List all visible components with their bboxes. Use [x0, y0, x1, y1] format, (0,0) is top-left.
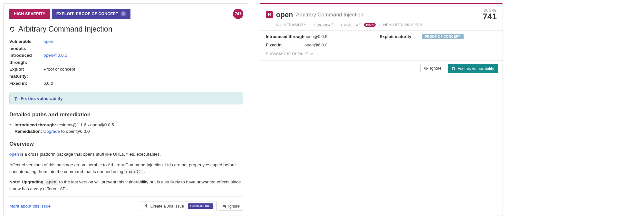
rp-intro-value: open@0.0.5 [304, 34, 380, 39]
vulnerability-title: Arbitrary Command Injection [18, 25, 112, 34]
eye-off-icon [222, 204, 226, 208]
vulnerability-detail-panel: HIGH SEVERITY EXPLOIT: PROOF OF CONCEPT … [3, 3, 249, 216]
rp-fixed-value: open@6.0.0 [304, 43, 380, 47]
exec-code: exec() [124, 169, 143, 174]
rp-score-box: SCORE 741 [483, 9, 497, 21]
shield-icon [9, 26, 15, 32]
introduced-through-link[interactable]: open@0.0.5 [43, 52, 67, 66]
title-row: Arbitrary Command Injection [9, 25, 243, 34]
ignore-button-text: Ignore [228, 204, 240, 209]
rp-details: Introduced through open@0.0.5 Exploit ma… [260, 30, 503, 52]
meta-maturity-value: Proof of concept [43, 66, 75, 80]
create-jira-button[interactable]: Create a Jira issue CONFIGURE [141, 201, 217, 211]
meta-fixed-label: Fixed in: [9, 80, 43, 87]
severity-badge: HIGH SEVERITY [9, 9, 50, 19]
severity-box: H [266, 11, 273, 18]
fix-button-text: Fix this vulnerability [458, 66, 494, 71]
overview-heading: Overview [9, 141, 243, 147]
meta-maturity-label: Exploit maturity: [9, 66, 43, 80]
path-intro-label: Introduced through: [14, 122, 56, 127]
meta-module-label: Vulnerable module: [9, 38, 43, 52]
vulnerability-tag: VULNERABILITY [276, 23, 306, 27]
cvss-link[interactable]: CVSS 8.4⇗ [341, 23, 361, 27]
overview-desc: is a cross platform package that opens s… [19, 152, 161, 157]
pull-request-icon [452, 66, 456, 71]
rp-header: H open - Arbitrary Command Injection SCO… [260, 4, 503, 30]
vulnerable-module-link[interactable]: open [43, 38, 53, 52]
more-about-link[interactable]: More about this issue [9, 204, 51, 209]
help-icon[interactable]: ? [121, 11, 126, 16]
eye-off-icon [424, 66, 428, 71]
jira-button-text: Create a Jira issue [150, 204, 184, 209]
rp-fixed-label: Fixed in [266, 43, 304, 47]
exploit-badge-text: EXPLOIT: PROOF OF CONCEPT [56, 12, 118, 16]
show-more-text: Show more details [266, 52, 308, 56]
footer-actions: Create a Jira issue CONFIGURE Ignore [141, 201, 243, 211]
footer-row: More about this issue Create a Jira issu… [9, 196, 243, 211]
exploit-badge: EXPLOIT: PROOF OF CONCEPT ? [52, 9, 130, 19]
configure-badge[interactable]: CONFIGURE [188, 203, 213, 209]
cvss-high-pill: HIGH [364, 23, 376, 27]
rp-footer: Ignore Fix this vulnerability [260, 60, 503, 76]
vulnerability-summary-panel: H open - Arbitrary Command Injection SCO… [260, 3, 503, 216]
note-label: Note: Upgrading [9, 180, 45, 184]
meta-introduced-label: Introduced through: [9, 52, 43, 66]
score-circle: 741 [233, 9, 243, 19]
overview-pkg-link[interactable]: open [9, 152, 19, 157]
path-intro-value: teslams@1.1.6 › open@0.0.5 [57, 122, 114, 127]
fix-vulnerability-button[interactable]: Fix this vulnerability [448, 64, 498, 73]
rp-intro-label: Introduced through [266, 34, 304, 39]
meta-fixed-value: 6.0.0 [43, 80, 53, 87]
overview-body: open is a cross platform package that op… [9, 151, 243, 193]
rp-ignore-text: Ignore [430, 66, 441, 71]
cwe-link[interactable]: CWE-264⇗ [314, 23, 333, 27]
upgrade-link[interactable]: Upgrade [43, 129, 60, 134]
rp-subtitle: - Arbitrary Command Injection [293, 12, 363, 18]
jira-icon [144, 204, 149, 208]
fix-banner-text: Fix this vulnerability [21, 96, 63, 101]
chevron-down-icon [310, 52, 313, 55]
path-item: Introduced through: teslams@1.1.6 › open… [11, 122, 243, 135]
rp-maturity-label: Exploit maturity [380, 34, 422, 39]
overview-affected-end: . [143, 169, 145, 174]
npm-id: NPM:OPEN:20180512 [383, 23, 422, 27]
rp-score-value: 741 [483, 12, 497, 21]
overview-affected: Affected versions of this package are vu… [9, 162, 236, 174]
rp-title-row: H open - Arbitrary Command Injection SCO… [266, 9, 497, 21]
proof-of-concept-pill: PROOF OF CONCEPT [422, 34, 464, 39]
badge-row: HIGH SEVERITY EXPLOIT: PROOF OF CONCEPT … [9, 9, 243, 19]
rp-meta-line: VULNERABILITY| CWE-264⇗| CVSS 8.4⇗ HIGH|… [276, 23, 497, 27]
meta-table: Vulnerable module:open Introduced throug… [9, 38, 243, 87]
path-rem-target: to open@6.0.0 [60, 129, 90, 134]
paths-heading: Detailed paths and remediation [9, 112, 243, 118]
show-more-toggle[interactable]: Show more details [260, 52, 503, 60]
pull-request-icon [14, 96, 19, 101]
rp-ignore-button[interactable]: Ignore [420, 64, 445, 73]
fix-banner[interactable]: Fix this vulnerability [9, 93, 243, 104]
path-rem-label: Remediation: [14, 129, 42, 134]
ignore-button[interactable]: Ignore [219, 202, 243, 211]
rp-package-name: open [276, 11, 293, 19]
note-pkg-code: open [45, 179, 58, 185]
